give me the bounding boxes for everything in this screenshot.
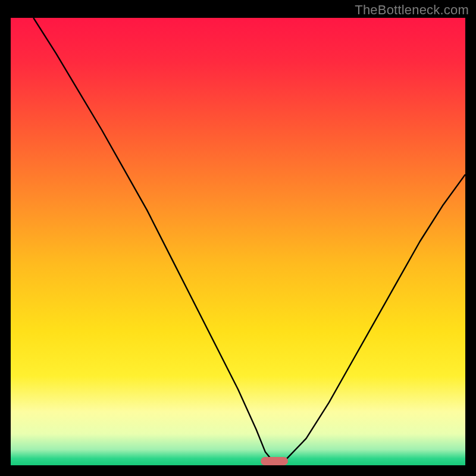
- gradient-background: [11, 18, 465, 465]
- chart-frame: TheBottleneck.com: [0, 0, 476, 476]
- optimum-marker: [261, 457, 288, 465]
- heatmap-chart-svg: [11, 18, 465, 465]
- watermark-text: TheBottleneck.com: [355, 2, 469, 18]
- plot-area: [11, 18, 465, 465]
